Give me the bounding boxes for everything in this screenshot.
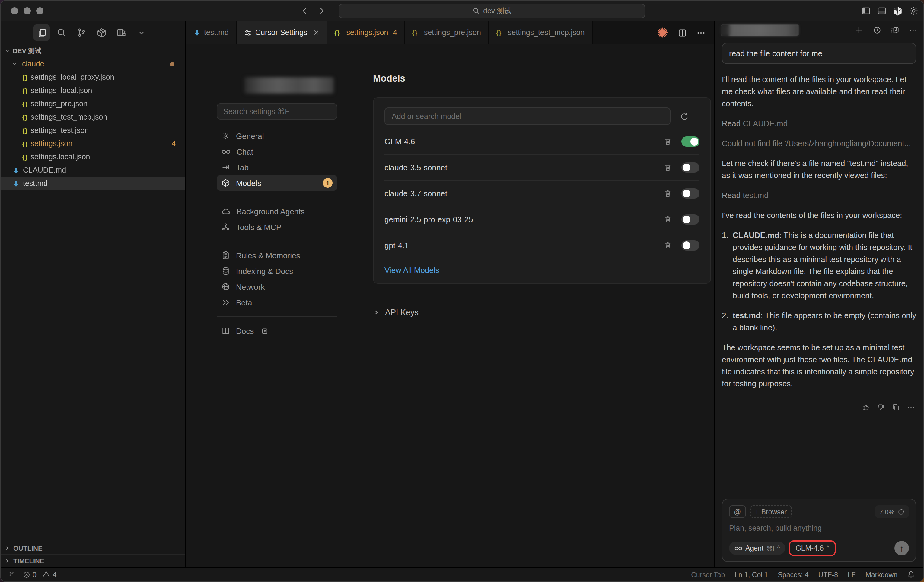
tab-settings-pre-json[interactable]: { } settings_pre.json [405,21,489,44]
layout-grid-icon[interactable] [113,24,130,41]
window-controls[interactable] [11,7,43,15]
cursor-logo-icon[interactable] [893,6,903,16]
model-selector-dropdown-annotated[interactable]: GLM-4.6 ^ [789,540,836,556]
trash-icon[interactable] [664,241,672,249]
model-toggle-off[interactable] [681,240,700,250]
thumbs-up-icon[interactable] [862,403,870,412]
models-count-badge: 1 [323,178,333,188]
folder-claude[interactable]: .claude [1,57,185,71]
copy-icon[interactable] [892,403,900,412]
tab-cursor-settings[interactable]: Cursor Settings [237,21,327,44]
api-keys-section[interactable]: API Keys [373,308,711,317]
trash-icon[interactable] [664,189,672,197]
split-editor-icon[interactable] [678,28,687,37]
problems-indicator[interactable]: 0 4 [23,570,57,579]
outline-section[interactable]: OUTLINE [1,542,185,554]
page-title: Models [373,73,711,84]
model-row-gemini-2-5-pro: gemini-2.5-pro-exp-03-25 [384,207,700,232]
tool-call-read[interactable]: Read test.md [722,190,916,202]
close-window-button[interactable] [11,7,18,15]
tab-settings-test-mcp-json[interactable]: { } settings_test_mcp.json [489,21,592,44]
refresh-icon[interactable] [680,112,689,121]
trash-icon[interactable] [664,215,672,223]
file-row[interactable]: { }settings.local.json [1,150,185,164]
explorer-icon[interactable] [33,24,50,41]
cursor-position-status[interactable]: Ln 1, Col 1 [734,571,768,578]
extensions-cube-icon[interactable] [93,24,110,41]
nav-rules-memories[interactable]: Rules & Memories [217,248,337,263]
nav-label: Tab [236,163,249,172]
file-row-claude-md[interactable]: CLAUDE.md [1,164,185,177]
thumbs-down-icon[interactable] [877,403,885,412]
indentation-status[interactable]: Spaces: 4 [778,571,809,578]
view-all-models-link[interactable]: View All Models [384,266,700,275]
settings-search-input[interactable]: Search settings ⌘F [217,103,337,119]
notifications-bell-icon[interactable] [907,570,915,579]
chevron-down-icon[interactable] [133,24,150,41]
cursor-tab-status[interactable]: Cursor Tab [691,571,725,578]
model-toggle-on[interactable] [681,136,700,146]
more-actions-icon[interactable] [696,28,706,37]
model-toggle-off[interactable] [681,214,700,224]
trash-icon[interactable] [664,163,672,171]
timeline-section[interactable]: TIMELINE [1,554,185,567]
toggle-sidebar-icon[interactable] [861,6,871,16]
workspace-header[interactable]: DEV 测试 [1,44,185,57]
chat-input[interactable]: Plan, search, build anything [729,524,909,532]
remote-indicator-icon[interactable] [8,570,16,579]
close-tab-icon[interactable] [313,30,319,36]
tab-test-md[interactable]: test.md [186,21,237,44]
nav-tab[interactable]: Tab [217,159,337,175]
chevron-down-icon [4,48,10,54]
nav-beta[interactable]: Beta [217,294,337,310]
search-icon[interactable] [53,24,70,41]
nav-indexing-docs[interactable]: Indexing & Docs [217,263,337,279]
open-in-window-icon[interactable] [891,26,899,35]
file-row[interactable]: { }settings_test.json [1,124,185,137]
nav-background-agents[interactable]: Background Agents [217,203,337,219]
tool-call-read[interactable]: Read CLAUDE.md [722,118,916,130]
nav-tools-mcp[interactable]: Tools & MCP [217,219,337,235]
file-name: CLAUDE.md [23,166,66,174]
new-chat-icon[interactable] [855,26,863,35]
more-actions-icon[interactable] [909,26,917,35]
file-row[interactable]: { }settings_local_proxy.json [1,71,185,84]
send-button[interactable]: ↑ [894,541,909,556]
minimize-window-button[interactable] [23,7,31,15]
file-row[interactable]: { }settings_pre.json [1,97,185,111]
history-icon[interactable] [873,26,881,35]
more-actions-icon[interactable] [907,403,915,412]
back-arrow-icon[interactable] [300,7,309,15]
file-row-settings-json[interactable]: { }settings.json4 [1,137,185,150]
claude-starburst-icon[interactable] [657,27,668,38]
file-row[interactable]: { }settings_local.json [1,84,185,97]
file-row-test-md-selected[interactable]: test.md [1,177,185,190]
nav-models-selected[interactable]: Models 1 [217,175,337,191]
toggle-panel-icon[interactable] [877,6,886,16]
status-bar: 0 4 Cursor Tab Ln 1, Col 1 Spaces: 4 UTF… [1,567,923,581]
model-toggle-off[interactable] [681,162,700,172]
nav-chat[interactable]: Chat [217,144,337,159]
trash-icon[interactable] [664,137,672,145]
nav-network[interactable]: Network [217,279,337,294]
model-toggle-off[interactable] [681,188,700,198]
zoom-window-button[interactable] [36,7,43,15]
agent-mode-dropdown[interactable]: Agent ⌘I ^ [729,542,785,555]
settings-gear-icon[interactable] [909,6,919,16]
chat-composer[interactable]: @ + Browser 7.0% Plan, search, build any… [722,499,916,562]
tab-settings-json[interactable]: { } settings.json 4 [327,21,405,44]
browser-context-chip[interactable]: + Browser [750,505,792,518]
tab-label: settings_pre.json [424,28,481,37]
language-mode-status[interactable]: Markdown [865,571,898,578]
forward-arrow-icon[interactable] [317,7,326,15]
nav-docs[interactable]: Docs [217,323,337,339]
file-row[interactable]: { }settings_test_mcp.json [1,111,185,124]
eol-status[interactable]: LF [848,571,856,578]
nav-general[interactable]: General [217,128,337,144]
mention-button[interactable]: @ [729,505,746,518]
encoding-status[interactable]: UTF-8 [818,571,838,578]
add-model-input[interactable]: Add or search model [384,107,670,125]
user-message[interactable]: read the file content for me [722,43,916,64]
source-control-icon[interactable] [73,24,90,41]
command-center-search[interactable]: dev 测试 [338,3,645,18]
